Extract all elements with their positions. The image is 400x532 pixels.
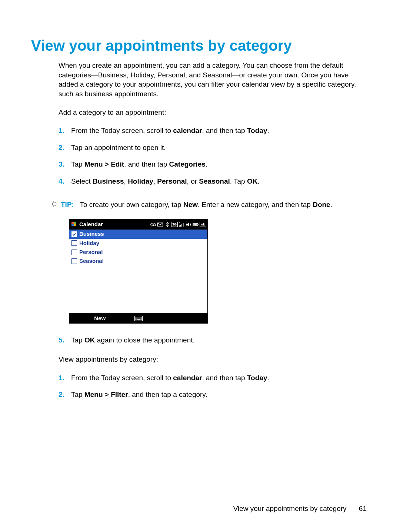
step-text: Tap OK again to close the appointment.	[71, 336, 195, 344]
svg-rect-37	[136, 318, 137, 319]
body-column: When you create an appointment, you can …	[59, 61, 367, 399]
bold-seasonal: Seasonal	[199, 177, 230, 185]
step-text: Tap Menu > Filter, and then tap a catego…	[71, 391, 207, 398]
device-titlebar: Calendar 3G ok	[69, 219, 208, 230]
text-frag: . Tap	[230, 177, 247, 185]
category-row-business[interactable]: Business	[69, 230, 207, 238]
page-title: View your appointments by category	[31, 36, 367, 56]
svg-rect-33	[139, 317, 139, 318]
category-label: Business	[79, 230, 104, 238]
bold-today: Today	[247, 127, 267, 134]
step-text: From the Today screen, scroll to calenda…	[71, 374, 269, 382]
bold-menu-edit: Menu > Edit	[84, 160, 124, 168]
text-frag: , and then tap	[124, 160, 169, 168]
bold-ok: OK	[84, 336, 95, 344]
svg-rect-39	[139, 318, 139, 319]
checkbox-unchecked-icon[interactable]	[71, 250, 77, 255]
text-frag: , and then tap	[202, 127, 247, 134]
svg-rect-18	[180, 225, 181, 227]
view-steps-list: 1. From the Today screen, scroll to cale…	[59, 373, 367, 399]
step-number: 3.	[59, 160, 64, 169]
bold-calendar: calendar	[173, 127, 202, 134]
svg-marker-22	[186, 222, 189, 227]
svg-rect-19	[181, 224, 182, 227]
step-5: 5. Tap OK again to close the appointment…	[59, 335, 367, 345]
tip-label: TIP:	[61, 201, 74, 208]
svg-rect-40	[140, 318, 140, 319]
svg-rect-44	[141, 319, 141, 320]
text-frag: . Enter a new category, and then tap	[198, 201, 313, 208]
softkey-new[interactable]: New	[69, 315, 131, 322]
category-row-seasonal[interactable]: Seasonal	[69, 257, 207, 265]
text-frag: ,	[124, 177, 128, 185]
category-row-holiday[interactable]: Holiday	[69, 239, 207, 248]
page-number: 61	[359, 504, 367, 513]
svg-rect-25	[193, 224, 194, 225]
speaker-icon	[186, 222, 192, 227]
step-1: 1. From the Today screen, scroll to cale…	[59, 126, 367, 135]
text-frag: .	[267, 374, 269, 382]
ok-button-icon[interactable]: ok	[200, 222, 206, 227]
category-row-personal[interactable]: Personal	[69, 248, 207, 257]
checkbox-unchecked-icon[interactable]	[71, 258, 77, 264]
view-step-2: 2. Tap Menu > Filter, and then tap a cat…	[59, 390, 367, 399]
text-frag	[76, 201, 80, 208]
bold-holiday: Holiday	[128, 177, 153, 185]
step-number: 1.	[59, 126, 64, 135]
mail-icon	[157, 222, 163, 227]
step-4: 4. Select Business, Holiday, Personal, o…	[59, 177, 367, 186]
text-frag: Tap	[71, 160, 84, 168]
svg-point-21	[179, 222, 180, 223]
step-text: From the Today screen, scroll to calenda…	[71, 127, 269, 134]
category-list: Business Holiday Personal Seasonal	[69, 230, 208, 313]
step-text: Tap Menu > Edit, and then tap Categories…	[71, 160, 207, 168]
bold-business: Business	[93, 177, 124, 185]
svg-line-7	[51, 205, 52, 206]
svg-line-6	[55, 205, 56, 206]
svg-line-8	[55, 202, 56, 203]
step-text: Tap an appointment to open it.	[71, 144, 166, 151]
page: View your appointments by category When …	[0, 0, 400, 532]
svg-rect-43	[136, 319, 140, 320]
footer-section-title: View your appointments by category	[233, 505, 347, 512]
svg-rect-24	[198, 224, 199, 225]
signal-icon	[179, 222, 185, 227]
bold-done: Done	[313, 201, 330, 208]
battery-icon	[193, 222, 199, 227]
keyboard-toggle[interactable]	[131, 316, 146, 321]
step-2: 2. Tap an appointment to open it.	[59, 143, 367, 153]
view-category-label: View appointments by category:	[59, 355, 367, 364]
text-frag: From the Today screen, scroll to	[71, 374, 173, 382]
text-frag: From the Today screen, scroll to	[71, 127, 173, 134]
svg-rect-42	[135, 319, 136, 320]
text-frag: Tap	[71, 336, 84, 344]
view-step-1: 1. From the Today screen, scroll to cale…	[59, 373, 367, 383]
text-frag: .	[267, 127, 269, 134]
svg-rect-31	[136, 317, 137, 318]
step-text: Select Business, Holiday, Personal, or S…	[71, 177, 260, 185]
bold-personal: Personal	[157, 177, 187, 185]
bold-new: New	[183, 201, 198, 208]
bold-today: Today	[247, 374, 267, 382]
add-steps-list: 1. From the Today screen, scroll to cale…	[59, 126, 367, 186]
svg-rect-11	[71, 224, 74, 226]
text-frag: .	[257, 177, 259, 185]
tip-callout: TIP: To create your own category, tap Ne…	[59, 196, 367, 214]
network-3g-icon: 3G	[171, 222, 178, 227]
step-number: 4.	[59, 177, 64, 186]
svg-rect-17	[179, 225, 180, 227]
svg-rect-27	[195, 224, 196, 225]
checkbox-checked-icon[interactable]	[71, 231, 77, 237]
checkbox-unchecked-icon[interactable]	[71, 240, 77, 246]
svg-rect-36	[135, 318, 136, 319]
text-frag: , or	[187, 177, 199, 185]
svg-point-14	[153, 224, 156, 226]
step-number: 1.	[59, 373, 64, 383]
bluetooth-icon	[164, 222, 170, 227]
svg-rect-30	[135, 317, 136, 318]
category-label: Seasonal	[79, 257, 104, 265]
svg-point-0	[52, 203, 55, 205]
svg-rect-32	[137, 317, 138, 318]
tip-row: TIP: To create your own category, tap Ne…	[50, 200, 367, 210]
status-icons: 3G ok	[150, 222, 206, 227]
